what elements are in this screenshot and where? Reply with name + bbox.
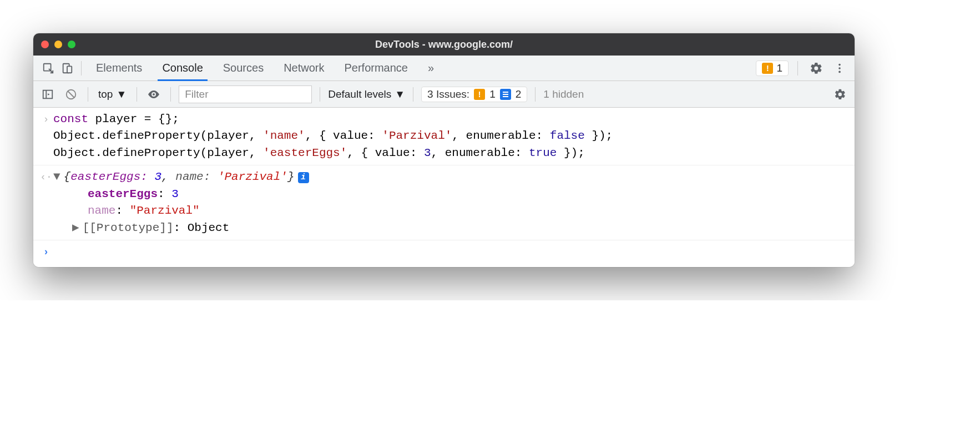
filter-input[interactable] [179,85,312,103]
svg-point-3 [838,63,841,66]
divider [137,87,137,102]
log-levels-select[interactable]: Default levels ▼ [328,88,405,100]
console-output: › const player = {}; Object.defineProper… [33,108,855,267]
divider [33,240,855,240]
console-prompt[interactable]: › [33,244,855,259]
prompt-icon: › [39,244,53,259]
tab-elements[interactable]: Elements [86,56,152,80]
tab-sources[interactable]: Sources [213,56,274,80]
minimize-window-button[interactable] [54,41,62,48]
tab-performance[interactable]: Performance [335,56,418,80]
warnings-badge[interactable]: 1 [756,61,789,76]
console-result-row: ‹· ▼{easterEggs: 3, name: 'Parzival'}i [33,169,855,185]
panel-tabs-bar: Elements Console Sources Network Perform… [33,56,855,81]
tab-console[interactable]: Console [152,56,213,80]
svg-point-5 [838,71,841,73]
object-property[interactable]: easterEggs: 3 [53,186,849,203]
svg-rect-2 [67,66,72,73]
object-summary[interactable]: ▼{easterEggs: 3, name: 'Parzival'}i [53,169,849,185]
tab-network[interactable]: Network [274,56,334,80]
object-property[interactable]: name: "Parzival" [53,203,849,219]
object-prototype-row: ▶[[Prototype]]: Object [33,220,855,236]
object-property-row: easterEggs: 3 [33,186,855,203]
console-input-row: › const player = {}; Object.defineProper… [33,111,855,162]
divider [535,87,536,102]
divider [88,87,88,102]
divider [81,61,82,75]
svg-point-4 [838,67,841,69]
device-toolbar-icon[interactable] [58,59,77,78]
clear-console-icon[interactable] [62,85,80,103]
disclosure-triangle-open-icon[interactable]: ▼ [53,169,60,185]
console-toolbar: top ▼ Default levels ▼ 3 Issues: 1 2 1 h… [33,81,855,108]
warning-icon [762,63,773,74]
object-property-row: name: "Parzival" [33,203,855,219]
window-title: DevTools - www.google.com/ [33,39,855,51]
tabs-overflow[interactable]: » [418,56,444,80]
warning-icon [474,89,485,100]
traffic-lights [41,41,75,48]
execution-context-select[interactable]: top ▼ [96,88,129,100]
devtools-window: DevTools - www.google.com/ Elements Cons… [33,33,855,267]
sidebar-toggle-icon[interactable] [39,85,57,103]
divider [170,87,171,102]
live-expression-icon[interactable] [145,85,163,103]
prompt-icon: › [39,111,53,162]
divider [33,165,855,165]
info-badge-icon[interactable]: i [298,172,309,183]
issues-warning-count: 1 [489,88,496,100]
info-icon [500,89,511,100]
divider [797,61,798,75]
issues-label: 3 Issues: [427,88,469,100]
more-menu-icon[interactable] [830,59,849,78]
divider [320,87,320,102]
chevron-down-icon: ▼ [395,88,405,100]
object-prototype[interactable]: ▶[[Prototype]]: Object [53,220,849,236]
inspect-element-icon[interactable] [39,59,58,78]
console-settings-icon[interactable] [831,85,849,103]
settings-icon[interactable] [807,59,826,78]
maximize-window-button[interactable] [68,41,75,48]
disclosure-triangle-closed-icon[interactable]: ▶ [72,220,79,236]
panel-tabs: Elements Console Sources Network Perform… [86,56,444,80]
titlebar: DevTools - www.google.com/ [33,33,855,56]
result-icon: ‹· [39,169,53,185]
chevron-down-icon: ▼ [116,88,127,100]
console-input[interactable] [53,244,849,259]
context-label: top [98,88,113,100]
issues-info-count: 2 [516,88,522,100]
levels-label: Default levels [328,88,391,100]
close-window-button[interactable] [41,41,49,48]
divider [413,87,413,102]
warnings-count: 1 [776,62,782,74]
console-input-line: const player = {}; Object.defineProperty… [53,111,849,162]
issues-summary[interactable]: 3 Issues: 1 2 [421,87,527,102]
hidden-messages-label: 1 hidden [543,88,584,100]
